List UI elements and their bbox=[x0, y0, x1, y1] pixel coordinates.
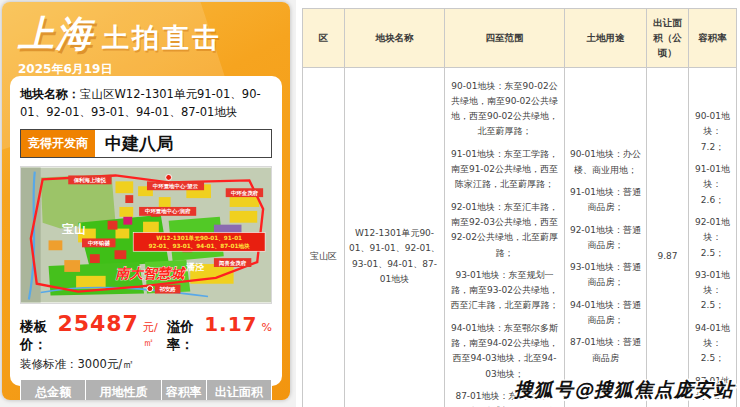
developer-row: 竞得开发商 中建八局 bbox=[20, 129, 272, 158]
poster-title-rest: 土拍直击 bbox=[102, 20, 222, 59]
header-area: 出让面积（公顷） bbox=[647, 9, 689, 68]
boundary-item: 92-01地块：东至汇丰路，南至92-03公共绿地，西至92-02公共绿地，北至… bbox=[448, 200, 561, 261]
premium-unit: % bbox=[262, 321, 272, 334]
detail-header-row: 区 地块名称 四至范围 土地用途 出让面积（公顷） 容积率 bbox=[303, 9, 737, 68]
floor-price-unit: 元/㎡ bbox=[143, 320, 159, 350]
land-use-item: 87-01地块：普通商品房 bbox=[568, 335, 643, 366]
poster-header: 上海 土拍直击 2025年6月19日 bbox=[2, 2, 290, 78]
svg-text:中环铂樾: 中环铂樾 bbox=[88, 239, 110, 246]
map-label-project2: 中环置地中心·望云 bbox=[147, 181, 204, 190]
summary-header-usage: 用地性质 bbox=[86, 379, 161, 400]
land-auction-poster: 上海 土拍直击 2025年6月19日 地块名称：宝山区W12-1301单元91-… bbox=[2, 2, 290, 400]
header-boundaries: 四至范围 bbox=[445, 9, 565, 68]
header-parcel: 地块名称 bbox=[345, 9, 445, 68]
parcel-name-line: 地块名称：宝山区W12-1301单元91-01、90-01、92-01、93-0… bbox=[20, 85, 272, 122]
far-item: 90-01地块：7.2； bbox=[692, 109, 733, 155]
far-item: 93-01地块：2.5； bbox=[692, 268, 733, 314]
svg-text:92-01、93-01、94-01、87-01地块: 92-01、93-01、94-01、87-01地块 bbox=[149, 243, 251, 250]
floor-price-label: 楼板价： bbox=[20, 318, 53, 354]
map-district-name: 宝山 bbox=[61, 221, 86, 235]
svg-text:中环置地中心·润府: 中环置地中心·润府 bbox=[145, 208, 191, 215]
land-use-item: 92-01地块：普通商品房； bbox=[568, 223, 643, 254]
map-label-project5: 中环铂樾 bbox=[82, 238, 115, 247]
header-district: 区 bbox=[303, 9, 345, 68]
summary-header-area: 出让面积 bbox=[206, 379, 271, 400]
watermark: 搜狐号@搜狐焦点庞安站 bbox=[514, 377, 734, 403]
poster-title-city: 上海 bbox=[18, 10, 94, 59]
parcel-map-svg: 保利海上瑧悦 中环置地中心·望云 中环金茂府 中环置地中心·润府 中环铂樾 bbox=[21, 167, 271, 303]
map-area-name: 南大智慧城 bbox=[115, 264, 186, 280]
developer-badge: 竞得开发商 bbox=[21, 130, 95, 157]
cell-area: 9.87 bbox=[647, 67, 689, 407]
land-use-item: 91-01地块：普通商品房； bbox=[568, 185, 643, 216]
land-detail-table: 区 地块名称 四至范围 土地用途 出让面积（公顷） 容积率 宝山区 W12-13… bbox=[302, 8, 737, 407]
boundary-item: 90-01地块：东至90-02公共绿地，南至90-02公共绿地，西至90-02公… bbox=[448, 79, 561, 140]
far-item: 91-01地块：2.6； bbox=[692, 162, 733, 208]
map-label-project7: 祁安路 bbox=[155, 284, 181, 293]
svg-text:W12-1301单元90-01、91-01: W12-1301单元90-01、91-01 bbox=[156, 235, 242, 242]
summary-header-total: 总金额 bbox=[21, 379, 86, 400]
cell-far: 90-01地块：7.2； 91-01地块：2.6； 92-01地块：2.5； 9… bbox=[689, 67, 737, 407]
summary-header-far: 容积率 bbox=[161, 379, 206, 400]
svg-text:中环置地中心·望云: 中环置地中心·望云 bbox=[153, 182, 199, 189]
metro-station-icon bbox=[147, 285, 153, 291]
svg-text:中环金茂府: 中环金茂府 bbox=[231, 189, 259, 196]
map-parcel-callout: W12-1301单元90-01、91-01 92-01、93-01、94-01、… bbox=[133, 232, 265, 251]
cell-district: 宝山区 bbox=[303, 67, 345, 407]
parcel-name-label: 地块名称： bbox=[20, 87, 80, 101]
cell-land-use: 90-01地块：办公楼、商业用地； 91-01地块：普通商品房； 92-01地块… bbox=[565, 67, 647, 407]
metro-station-icon bbox=[166, 174, 172, 180]
price-row: 楼板价：25487元/㎡ 溢价率：1.17% bbox=[20, 311, 272, 354]
detail-data-row: 宝山区 W12-1301单元90-01、91-01、92-01、93-01、94… bbox=[303, 67, 737, 407]
map-label-project6: 闻喜金茂府 bbox=[214, 258, 251, 267]
map-label-project3: 中环金茂府 bbox=[226, 188, 263, 197]
boundary-item: 91-01地块：东至工学路，南至91-02公共绿地，西至陈家江路，北至蔚厚路； bbox=[448, 147, 561, 193]
svg-text:保利海上瑧悦: 保利海上瑧悦 bbox=[73, 176, 107, 183]
map-label-project4: 中环置地中心·润府 bbox=[139, 207, 196, 216]
poster-title: 上海 土拍直击 bbox=[18, 10, 276, 59]
floor-price-value: 25487 bbox=[57, 311, 139, 336]
far-item: 92-01地块：2.5； bbox=[692, 215, 733, 261]
poster-card: 地块名称：宝山区W12-1301单元91-01、90-01、92-01、93-0… bbox=[10, 76, 282, 386]
premium-label: 溢价率： bbox=[167, 318, 200, 354]
summary-header-row: 总金额 用地性质 容积率 出让面积 bbox=[21, 379, 272, 400]
poster-summary-table: 总金额 用地性质 容积率 出让面积 819533万 办公楼、商业用地 普通商品房… bbox=[20, 379, 272, 400]
decoration-standard: 装修标准：3000元/㎡ bbox=[20, 357, 272, 372]
svg-text:闻喜金茂府: 闻喜金茂府 bbox=[219, 259, 247, 266]
land-use-item: 90-01地块：办公楼、商业用地； bbox=[568, 147, 643, 178]
cell-boundaries: 90-01地块：东至90-02公共绿地，南至90-02公共绿地，西至90-02公… bbox=[445, 67, 565, 407]
developer-name: 中建八局 bbox=[95, 130, 183, 157]
far-item: 94-01地块：2.5； bbox=[692, 321, 733, 367]
svg-text:祁安路: 祁安路 bbox=[159, 286, 177, 293]
detail-panel: 区 地块名称 四至范围 土地用途 出让面积（公顷） 容积率 宝山区 W12-13… bbox=[296, 0, 740, 407]
map-label-project1: 保利海上瑧悦 bbox=[68, 175, 111, 184]
parcel-map: 保利海上瑧悦 中环置地中心·望云 中环金茂府 中环置地中心·润府 中环铂樾 bbox=[20, 166, 272, 304]
header-land-use: 土地用途 bbox=[565, 9, 647, 68]
land-use-item: 93-01地块：普通商品房； bbox=[568, 260, 643, 291]
header-far: 容积率 bbox=[689, 9, 737, 68]
land-use-item: 94-01地块：普通商品房； bbox=[568, 298, 643, 329]
premium-value: 1.17 bbox=[204, 312, 257, 336]
cell-parcel: W12-1301单元90-01、91-01、92-01、93-01、94-01、… bbox=[345, 67, 445, 407]
map-river-name: 潘泾 bbox=[185, 262, 204, 272]
boundary-item: 93-01地块：东至规划一路，南至93-02公共绿地，西至汇丰路，北至蔚厚路； bbox=[448, 268, 561, 314]
boundary-item: 94-01地块：东至鄂尔多斯路，南至94-02公共绿地，西至94-03地块，北至… bbox=[448, 321, 561, 382]
